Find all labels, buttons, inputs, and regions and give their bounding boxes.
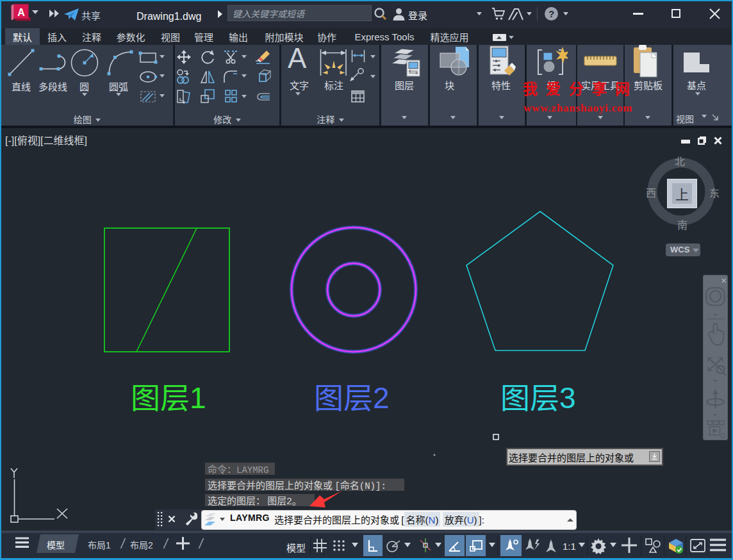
svg-text:A: A	[17, 7, 25, 18]
